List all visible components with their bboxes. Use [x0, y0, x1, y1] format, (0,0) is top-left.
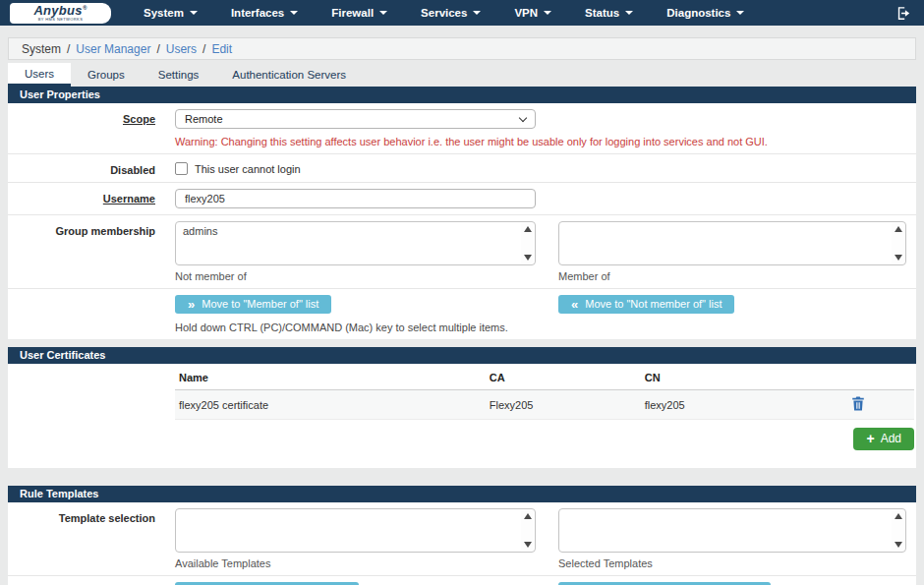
scroll-up-icon[interactable] [895, 513, 902, 519]
group-move-buttons-row: »Move to "Member of" list «Move to "Not … [8, 289, 916, 339]
scrollbar[interactable] [892, 510, 904, 551]
chevron-down-icon [544, 11, 551, 15]
chevron-down-icon [290, 11, 298, 15]
logout-icon[interactable] [895, 5, 912, 22]
chevron-down-icon [190, 11, 198, 15]
tab-settings[interactable]: Settings [142, 63, 216, 87]
member-of-caption: Member of [558, 270, 906, 282]
scroll-down-icon[interactable] [524, 255, 532, 261]
certificate-cn-cell: flexy205 [641, 390, 811, 420]
scope-label: Scope [8, 109, 175, 147]
certificates-table: Name CA CN flexy205 certificate Flexy205… [175, 366, 914, 420]
template-move-buttons-row: »Move to "Apply Templates" list «Move to… [8, 576, 916, 585]
scroll-down-icon[interactable] [895, 542, 902, 548]
chevron-down-icon [379, 11, 387, 15]
top-navigation-bar: Anybus® BY HMS NETWORKS System Interface… [0, 0, 924, 26]
chevron-down-icon [625, 11, 633, 15]
main-menu: System Interfaces Firewall Services VPN … [127, 0, 761, 26]
not-member-of-listbox[interactable]: admins [175, 221, 536, 265]
scope-warning-text: Warning: Changing this setting affects u… [175, 136, 908, 147]
scope-select[interactable]: Remote [175, 109, 536, 129]
group-membership-row: Group membership admins Not member of [8, 215, 916, 289]
menu-system[interactable]: System [127, 0, 214, 26]
tab-groups[interactable]: Groups [71, 63, 142, 87]
tab-users[interactable]: Users [8, 63, 71, 87]
selected-templates-listbox[interactable] [558, 508, 906, 553]
double-chevron-right-icon: » [188, 299, 195, 310]
scrollbar[interactable] [521, 223, 534, 263]
certificate-name-cell: flexy205 certificate [175, 390, 486, 420]
chevron-down-icon [473, 11, 481, 15]
move-to-not-member-of-button[interactable]: «Move to "Not member of" list [558, 295, 734, 314]
column-header-cn: CN [641, 366, 811, 390]
template-selection-label: Template selection [8, 508, 175, 569]
plus-icon: + [866, 434, 874, 443]
disabled-label: Disabled [8, 160, 175, 176]
member-of-listbox[interactable] [558, 221, 906, 265]
available-templates-caption: Available Templates [175, 557, 536, 569]
multi-select-help-text: Hold down CTRL (PC)/COMMAND (Mac) key to… [175, 322, 908, 333]
delete-certificate-icon[interactable] [851, 396, 865, 413]
disabled-checkbox-label: This user cannot login [195, 163, 301, 175]
disabled-checkbox[interactable] [175, 162, 188, 175]
table-row: flexy205 certificate Flexy205 flexy205 [175, 390, 914, 420]
username-row: Username [8, 183, 916, 215]
scope-row: Scope Remote Warning: Changing this sett… [8, 103, 916, 154]
username-label: Username [8, 189, 175, 208]
rule-templates-section: Rule Templates Template selection Availa… [8, 486, 916, 585]
user-certificates-header: User Certificates [8, 347, 916, 364]
group-membership-label: Group membership [8, 221, 175, 282]
username-input[interactable] [175, 189, 536, 208]
certificate-ca-cell: Flexy205 [486, 390, 641, 420]
not-member-of-caption: Not member of [175, 270, 536, 282]
scroll-down-icon[interactable] [524, 542, 532, 548]
breadcrumb-system: System [22, 42, 61, 56]
anybus-logo: Anybus® BY HMS NETWORKS [10, 3, 111, 24]
list-item[interactable]: admins [176, 222, 535, 240]
scroll-down-icon[interactable] [895, 255, 902, 261]
breadcrumb-edit[interactable]: Edit [211, 42, 232, 56]
menu-diagnostics[interactable]: Diagnostics [650, 0, 761, 26]
user-properties-header: User Properties [8, 87, 916, 103]
menu-status[interactable]: Status [568, 0, 650, 26]
scroll-up-icon[interactable] [895, 226, 902, 232]
column-header-name: Name [175, 366, 486, 390]
available-templates-listbox[interactable] [175, 508, 536, 553]
user-certificates-section: User Certificates Name CA CN flexy205 ce… [8, 347, 916, 468]
breadcrumb-users[interactable]: Users [166, 42, 197, 56]
tab-authentication-servers[interactable]: Authentication Servers [215, 63, 363, 87]
move-to-member-of-button[interactable]: »Move to "Member of" list [175, 295, 331, 314]
selected-templates-caption: Selected Templates [558, 557, 906, 569]
menu-interfaces[interactable]: Interfaces [214, 0, 315, 26]
chevron-down-icon [736, 11, 744, 15]
scrollbar[interactable] [892, 223, 904, 263]
rule-templates-header: Rule Templates [8, 486, 916, 502]
column-header-ca: CA [486, 366, 641, 390]
menu-firewall[interactable]: Firewall [315, 0, 404, 26]
tab-bar: Users Groups Settings Authentication Ser… [8, 63, 916, 87]
scroll-up-icon[interactable] [524, 226, 532, 232]
add-certificate-button[interactable]: +Add [853, 428, 914, 450]
scrollbar[interactable] [521, 510, 534, 551]
template-selection-row: Template selection Available Templates [8, 502, 916, 576]
menu-vpn[interactable]: VPN [497, 0, 568, 26]
breadcrumb: System / User Manager / Users / Edit [8, 37, 916, 60]
breadcrumb-user-manager[interactable]: User Manager [76, 42, 150, 56]
disabled-row: Disabled This user cannot login [8, 154, 916, 183]
chevron-down-icon [519, 113, 527, 121]
double-chevron-left-icon: « [571, 299, 578, 310]
menu-services[interactable]: Services [404, 0, 497, 26]
scope-selected-value: Remote [185, 113, 223, 125]
logo-brand-text: Anybus® [33, 4, 87, 17]
user-properties-section: User Properties Scope Remote Warning: Ch… [8, 87, 916, 339]
scroll-up-icon[interactable] [524, 513, 532, 519]
logo-tagline: BY HMS NETWORKS [38, 18, 84, 22]
